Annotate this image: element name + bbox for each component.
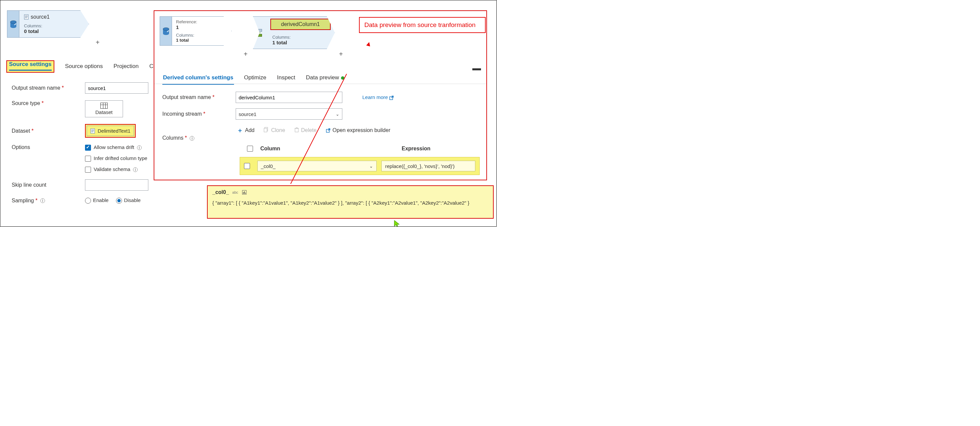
- sampling-enable-label: Enable: [93, 197, 109, 203]
- sampling-enable-radio[interactable]: [85, 198, 91, 203]
- column-header-expression: Expression: [402, 146, 430, 152]
- dataset-highlight: DelimitedText1: [85, 124, 136, 138]
- column-name-select[interactable]: _col0_⌄: [257, 161, 377, 171]
- columns-value: 1 total: [176, 38, 228, 43]
- chevron-down-icon: ⌄: [369, 164, 373, 168]
- skip-line-count-input[interactable]: [85, 179, 148, 191]
- learn-more-link[interactable]: Learn more: [362, 94, 394, 100]
- sampling-disable-radio[interactable]: [116, 198, 122, 203]
- clone-column-button[interactable]: Clone: [264, 127, 285, 134]
- trash-icon: [294, 127, 299, 134]
- select-all-checkbox[interactable]: [247, 146, 253, 152]
- derived-node-handle[interactable]: [253, 16, 266, 49]
- tab-source-settings-highlight: Source settings: [6, 60, 54, 73]
- dataset-select[interactable]: DelimitedText1: [87, 126, 134, 136]
- clone-icon: [264, 127, 269, 134]
- plus-icon: ＋: [237, 126, 243, 134]
- svg-rect-19: [244, 191, 245, 194]
- info-icon[interactable]: i: [40, 198, 45, 203]
- tab-source-settings[interactable]: Source settings: [9, 61, 52, 71]
- columns-label: Columns:: [24, 23, 84, 28]
- source-node[interactable]: source1 Columns: 0 total: [7, 10, 89, 38]
- external-link-icon: [389, 94, 394, 100]
- info-icon[interactable]: i: [133, 167, 138, 172]
- source-type-dataset-button[interactable]: Dataset: [85, 100, 123, 117]
- tab-optimize[interactable]: Optimize: [243, 73, 267, 85]
- tab-inspect[interactable]: Inspect: [276, 73, 296, 85]
- validate-schema-label: Validate schema: [94, 166, 130, 172]
- source-type-label: Source type *: [12, 100, 78, 106]
- reference-node-handle[interactable]: [160, 16, 172, 46]
- add-after-derived-button[interactable]: +: [339, 50, 343, 58]
- infer-drifted-types-checkbox[interactable]: [85, 156, 91, 162]
- output-stream-input[interactable]: [235, 92, 342, 103]
- svg-rect-11: [295, 128, 298, 132]
- dataset-value: DelimitedText1: [98, 128, 130, 134]
- file-icon: [90, 128, 95, 134]
- allow-schema-drift-label: Allow schema drift: [94, 144, 134, 150]
- infer-drifted-types-label: Infer drifted column type: [94, 155, 147, 161]
- column-header-column: Column: [260, 146, 377, 152]
- add-after-source-button[interactable]: +: [95, 39, 100, 46]
- source-type-value: Dataset: [95, 109, 113, 115]
- svg-rect-10: [264, 128, 267, 132]
- stats-icon[interactable]: [242, 190, 247, 195]
- info-icon[interactable]: i: [137, 145, 142, 150]
- tab-source-options[interactable]: Source options: [64, 62, 103, 72]
- sampling-disable-label: Disable: [124, 197, 141, 203]
- delete-column-button[interactable]: Delete: [294, 127, 317, 134]
- expression-input[interactable]: replace({_col0_}, 'novs}', 'nod}'): [381, 161, 475, 171]
- tab-projection[interactable]: Projection: [113, 62, 139, 72]
- reference-value: 1: [176, 24, 228, 30]
- tab-derived-settings[interactable]: Derived column's settings: [162, 73, 234, 85]
- svg-rect-5: [25, 17, 27, 18]
- preview-column-name: _col0_: [212, 189, 229, 196]
- skip-line-count-label: Skip line count: [12, 182, 78, 188]
- svg-rect-4: [25, 17, 28, 17]
- derived-config-tabs: Derived column's settings Optimize Inspe…: [162, 73, 345, 85]
- add-after-reference-button[interactable]: +: [243, 50, 248, 58]
- derived-node-title: derivedColumn1: [270, 19, 331, 30]
- columns-label: Columns * i: [162, 135, 194, 141]
- svg-rect-20: [245, 193, 246, 194]
- reference-node[interactable]: Reference: 1 Columns: 1 total: [160, 16, 232, 46]
- columns-label: Columns:: [176, 33, 228, 38]
- columns-label: Columns:: [272, 35, 329, 40]
- sampling-label: Sampling * i: [12, 198, 78, 203]
- options-label: Options: [12, 144, 78, 150]
- source-node-handle[interactable]: [7, 10, 19, 38]
- svg-rect-14: [91, 130, 94, 130]
- output-stream-label: Output stream name *: [162, 94, 229, 100]
- columns-value: 1 total: [272, 40, 329, 45]
- database-icon: [162, 27, 170, 35]
- tab-data-preview[interactable]: Data preview: [305, 73, 345, 85]
- derived-column-node[interactable]: derivedColumn1 Columns: 1 total: [253, 16, 335, 49]
- chevron-down-icon: ⌄: [336, 112, 339, 117]
- external-link-icon: [326, 127, 331, 134]
- info-icon[interactable]: i: [190, 136, 194, 141]
- svg-rect-3: [25, 16, 28, 16]
- data-preview-box: _col0_ abc { "array1": [ { "A1key1":"A1v…: [207, 185, 494, 219]
- reference-label: Reference:: [176, 19, 228, 24]
- incoming-stream-label: Incoming stream *: [162, 111, 229, 117]
- output-stream-input[interactable]: [85, 82, 148, 94]
- open-expression-builder-button[interactable]: Open expression builder: [326, 127, 390, 134]
- derived-column-icon: [258, 29, 262, 37]
- table-icon: [100, 103, 108, 109]
- svg-rect-18: [243, 192, 243, 194]
- dataset-label: Dataset *: [12, 128, 78, 134]
- svg-rect-16: [91, 132, 93, 132]
- allow-schema-drift-checkbox[interactable]: [85, 145, 91, 151]
- type-indicator: abc: [232, 190, 238, 194]
- collapse-icon[interactable]: [473, 68, 481, 70]
- mouse-cursor-icon: [394, 220, 400, 227]
- validate-schema-checkbox[interactable]: [85, 167, 91, 173]
- row-checkbox[interactable]: [244, 163, 250, 169]
- output-stream-label: Output stream name *: [12, 85, 78, 91]
- tab-cutoff[interactable]: C: [149, 62, 154, 72]
- preview-row-text: { "array1": [ { "A1key1":"A1value1", "A1…: [212, 200, 488, 206]
- add-column-button[interactable]: ＋Add: [237, 126, 255, 134]
- columns-value: 0 total: [24, 28, 84, 34]
- file-icon: [24, 14, 29, 20]
- derived-column-panel: Reference: 1 Columns: 1 total + derivedC…: [154, 10, 487, 180]
